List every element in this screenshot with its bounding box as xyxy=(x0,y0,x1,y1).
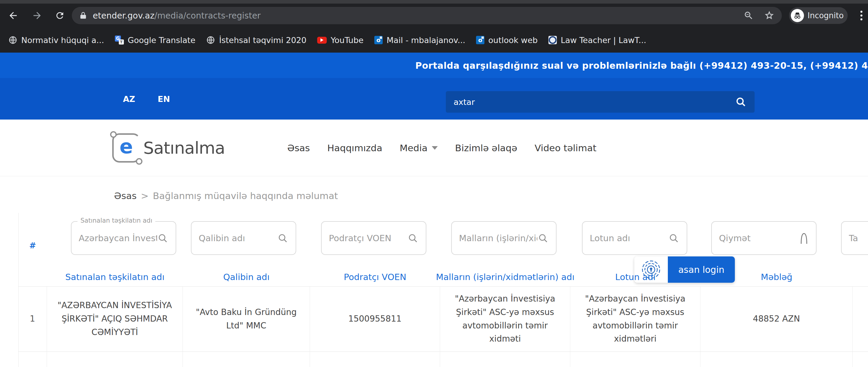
search-icon[interactable] xyxy=(157,233,168,244)
bookmark-label: Law Teacher | LawT... xyxy=(561,36,646,45)
nav-bizimle-elaqe[interactable]: Bizimlə əlaqə xyxy=(455,142,517,153)
incognito-label: Incognito xyxy=(808,11,844,20)
site-logo[interactable]: e Satınalma xyxy=(112,133,225,163)
nav-media-label: Media xyxy=(400,142,428,153)
cell-qalibin: "Avto Baku İn Gründüng Ltd" MMC xyxy=(183,287,310,352)
youtube-icon xyxy=(317,37,327,44)
row-index: 1 xyxy=(18,287,47,352)
cell-lotun: "Azərbaycan İnvestisiya Şirkəti" ASC-yə … xyxy=(570,287,701,352)
filter-placeholder: Malların (işlərin/xid... xyxy=(459,233,537,243)
filter-placeholder: Ta xyxy=(849,233,868,243)
globe-icon xyxy=(8,36,18,44)
filter-podratci-voen[interactable]: Podratçı VOEN xyxy=(321,221,426,255)
bookmark-youtube[interactable]: YouTube xyxy=(317,36,364,45)
reload-button[interactable] xyxy=(54,9,66,22)
col-header-lotun[interactable]: Lotun adı xyxy=(570,267,701,286)
breadcrumb-current: Bağlanmış müqavilə haqqında məlumat xyxy=(153,190,338,201)
cell-mebleg: 48852 AZN xyxy=(701,287,853,352)
index-column-header: # xyxy=(18,241,47,250)
site-search-value: axtar xyxy=(454,97,735,107)
nav-esas[interactable]: Əsas xyxy=(287,142,310,153)
site-search-input[interactable]: axtar xyxy=(446,91,754,113)
lang-en-button[interactable]: EN xyxy=(158,94,170,103)
back-button[interactable] xyxy=(7,9,19,22)
table-row: 1 "AZƏRBAYCAN İNVESTİSİYA ŞİRKƏTİ" AÇIQ … xyxy=(18,287,868,352)
nav-media[interactable]: Media xyxy=(400,142,438,153)
search-icon[interactable] xyxy=(735,96,747,108)
bookmark-istehsal[interactable]: İstehsal təqvimi 2020 xyxy=(206,36,306,45)
cell-mallarin: "Azərbaycan İnvestisiya Şirkəti" ASC-yə … xyxy=(440,287,570,352)
globe-icon xyxy=(206,36,215,44)
filter-qiymet[interactable]: Qiymət xyxy=(711,221,816,255)
col-header-voen[interactable]: Podratçı VOEN xyxy=(310,267,440,286)
filter-value: Azərbaycan İnvestisiy xyxy=(79,233,157,243)
logo-e: e xyxy=(120,137,133,157)
translate-icon: GT xyxy=(115,36,124,44)
bookmark-google-translate[interactable]: GT Google Translate xyxy=(115,36,195,45)
filter-qalibin-adi[interactable]: Qalibin adı xyxy=(191,221,296,255)
outlook-icon: o xyxy=(476,36,485,44)
filter-mallarin-adi[interactable]: Malların (işlərin/xid... xyxy=(451,221,557,255)
bookmark-label: Normativ hüquqi a... xyxy=(21,36,104,45)
col-header-mallarin[interactable]: Malların (işlərin/xidmətlərin) adı xyxy=(440,267,570,286)
search-icon[interactable] xyxy=(537,233,549,244)
col-header-qalibin[interactable]: Qalibin adı xyxy=(183,267,310,286)
filter-placeholder: Podratçı VOEN xyxy=(329,233,407,243)
logo-text: Satınalma xyxy=(143,138,225,158)
main-nav: Əsas Haqqımızda Media Bizimlə əlaqə Vide… xyxy=(287,120,596,176)
nav-video-telimat[interactable]: Video təlimat xyxy=(535,142,597,153)
bookmark-outlook-web[interactable]: o outlook web xyxy=(476,36,538,45)
bookmark-label: Mail - mbalajanov... xyxy=(386,36,465,45)
bookmark-law-teacher[interactable]: Law Teacher | LawT... xyxy=(549,36,646,45)
cell-voen: 1500955811 xyxy=(310,287,440,352)
forward-icon xyxy=(32,10,42,21)
esatinalma-logo-icon: e xyxy=(112,133,140,163)
url-domain: etender.gov.az xyxy=(93,11,154,21)
filter-label: Satınalan təşkilatın adı xyxy=(78,217,155,224)
filter-tarix[interactable]: Ta xyxy=(841,221,868,255)
breadcrumb: Əsas > Bağlanmış müqavilə haqqında məlum… xyxy=(114,190,338,201)
filter-lotun-adi[interactable]: Lotun adı xyxy=(582,221,687,255)
window-frame xyxy=(0,0,868,4)
sort-up-icon[interactable] xyxy=(799,231,809,246)
lang-az-button[interactable]: AZ xyxy=(123,94,135,103)
site-header: e Satınalma Əsas Haqqımızda Media Biziml… xyxy=(0,120,868,176)
search-icon[interactable] xyxy=(277,233,288,244)
col-header-mebleg[interactable]: Məbləğ xyxy=(701,267,853,286)
support-banner-text: Portalda qarşılaşdığınız sual və problem… xyxy=(415,60,868,70)
col-header-satinalan[interactable]: Satınalan təşkilatın adı xyxy=(47,267,183,286)
zoom-out-icon[interactable] xyxy=(744,10,754,21)
bookmarks-bar: Normativ hüquqi a... GT Google Translate… xyxy=(0,28,868,53)
url-path: /media/contracts-register xyxy=(154,11,260,21)
bookmark-normativ[interactable]: Normativ hüquqi a... xyxy=(8,36,104,45)
bookmark-label: Google Translate xyxy=(128,36,195,45)
bookmark-mail[interactable]: o Mail - mbalajanov... xyxy=(374,36,465,45)
browser-menu-button[interactable] xyxy=(856,9,867,22)
search-icon[interactable] xyxy=(407,233,418,244)
address-bar[interactable]: etender.gov.az/media/contracts-register xyxy=(72,7,782,24)
filter-placeholder: Qalibin adı xyxy=(199,233,277,243)
lawteacher-icon xyxy=(549,36,557,44)
breadcrumb-home[interactable]: Əsas xyxy=(114,190,137,201)
bookmark-label: YouTube xyxy=(331,36,364,45)
star-icon[interactable] xyxy=(764,10,775,21)
back-icon xyxy=(8,10,19,21)
nav-haqqimizda[interactable]: Haqqımızda xyxy=(327,142,382,153)
filter-satinalan-teskilat[interactable]: Satınalan təşkilatın adı Azərbaycan İnve… xyxy=(71,221,176,255)
menu-dots-icon xyxy=(856,9,867,22)
top-utility-bar: AZ EN axtar xyxy=(0,78,868,120)
browser-window: etender.gov.az/media/contracts-register … xyxy=(0,0,868,367)
table-header-row: Satınalan təşkilatın adı Qalibin adı Pod… xyxy=(18,267,868,286)
support-banner: Portalda qarşılaşdığınız sual və problem… xyxy=(0,53,868,78)
lock-icon xyxy=(79,11,87,20)
chevron-down-icon xyxy=(432,146,438,150)
incognito-badge: Incognito xyxy=(789,7,848,24)
reload-icon xyxy=(55,10,65,21)
filter-placeholder: Qiymət xyxy=(719,233,799,243)
url-text: etender.gov.az/media/contracts-register xyxy=(93,11,260,21)
table-row-partial xyxy=(18,352,868,367)
forward-button[interactable] xyxy=(31,9,43,22)
search-icon[interactable] xyxy=(668,233,680,244)
bookmark-label: outlook web xyxy=(488,36,538,45)
bookmark-label: İstehsal təqvimi 2020 xyxy=(219,36,306,45)
